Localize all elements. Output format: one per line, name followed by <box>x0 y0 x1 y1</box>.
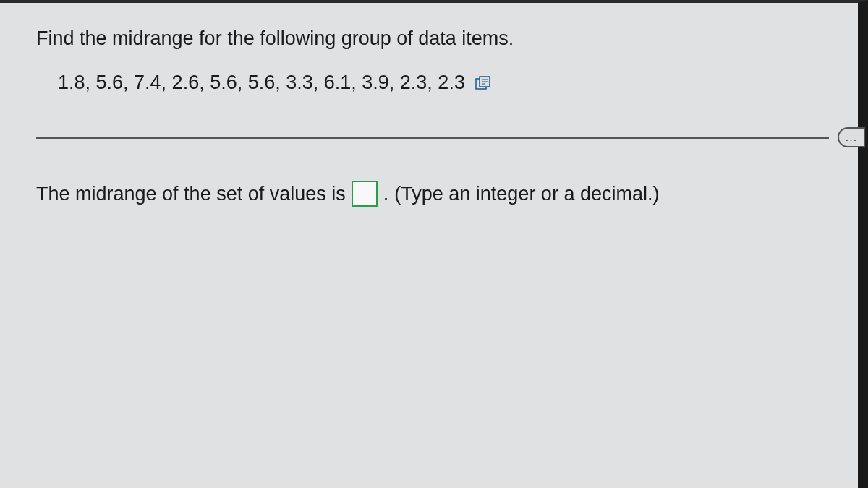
answer-prefix: The midrange of the set of values is <box>36 183 346 205</box>
answer-line: The midrange of the set of values is . (… <box>36 181 829 207</box>
data-values-text: 1.8, 5.6, 7.4, 2.6, 5.6, 5.6, 3.3, 6.1, … <box>58 72 465 94</box>
answer-hint: (Type an integer or a decimal.) <box>394 183 659 205</box>
section-divider <box>36 137 829 139</box>
midrange-input[interactable] <box>352 181 378 207</box>
data-values-line: 1.8, 5.6, 7.4, 2.6, 5.6, 5.6, 3.3, 6.1, … <box>58 72 829 94</box>
copy-data-icon[interactable] <box>475 76 491 90</box>
question-panel: Find the midrange for the following grou… <box>0 0 868 488</box>
content-area: Find the midrange for the following grou… <box>0 3 858 488</box>
more-options-button[interactable]: ... <box>838 127 865 147</box>
question-prompt: Find the midrange for the following grou… <box>36 27 829 50</box>
answer-period: . <box>383 183 389 205</box>
divider-wrap: ... <box>36 137 829 139</box>
ellipsis-icon: ... <box>846 131 857 144</box>
